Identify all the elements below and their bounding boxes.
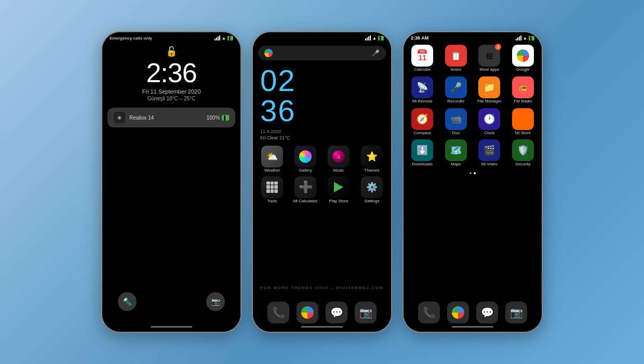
emergency-calls-label: Emergency calls only: [110, 36, 152, 41]
browser-circle: [301, 306, 314, 319]
phone-frame-3: 2:36 AM ▲ ▌ FRI: [403, 31, 543, 333]
flashlight-icon: 🔦: [123, 297, 132, 306]
app-item-fmradio[interactable]: 📻 FM Radio: [508, 76, 538, 104]
signal-bar-3-4: [520, 35, 521, 41]
app-item-downloads[interactable]: ⬇️ Downloads: [408, 139, 437, 167]
flashlight-button[interactable]: 🔦: [118, 292, 137, 311]
dock-messages-3[interactable]: 💬: [476, 302, 498, 323]
battery-icon-2: ▌: [378, 36, 384, 41]
status-bar-1: Emergency calls only ▲ ▌: [102, 32, 240, 42]
signal-bar-1: [214, 38, 216, 41]
dock-phone[interactable]: 📞: [267, 302, 289, 323]
tools-cell-8: [271, 189, 274, 193]
calendar-label: Calendar: [414, 68, 431, 72]
themes-icon: ⭐: [361, 146, 383, 167]
app-item-settings[interactable]: ⚙️ Settings: [357, 176, 387, 204]
security-icon: 🛡️: [512, 139, 534, 161]
app-item-weather[interactable]: ⛅ Weather: [257, 146, 287, 173]
app-item-playstore[interactable]: Play Store: [324, 176, 354, 204]
gallery-label: Gallery: [299, 168, 312, 173]
notif-left: ◉ Realiox 14: [114, 112, 154, 123]
app-item-mistore[interactable]: Mi Mi Store: [508, 108, 538, 136]
app-item-calendar[interactable]: FRI 11 Calendar: [408, 45, 437, 72]
dock-camera[interactable]: 📷: [355, 302, 377, 323]
app-item-notes[interactable]: 📋 Notes: [441, 45, 471, 72]
home-date: 11.9.2020: [260, 129, 384, 134]
battery-icon-3: ▌: [529, 36, 534, 41]
notif-battery-bar: ▌: [222, 115, 229, 121]
search-placeholder: [273, 53, 372, 54]
realiox-icon: ◉: [117, 115, 122, 120]
compass-label: Compass: [413, 131, 431, 136]
badge-moreapps: 5: [495, 44, 501, 50]
app-item-recorder[interactable]: 🎤 Recorder: [441, 76, 471, 104]
home-time-min: 36: [260, 94, 296, 127]
tools-cell-9: [274, 189, 278, 193]
themes-label: Themes: [365, 168, 380, 173]
maps-label: Maps: [451, 162, 461, 167]
status-time-3: 2:36 AM: [411, 35, 428, 41]
app-item-clock[interactable]: 🕐 Clock: [475, 108, 504, 136]
notif-battery-pct: 100%: [207, 115, 220, 121]
tools-cell-2: [271, 181, 274, 185]
moreapps-label: More apps: [479, 68, 499, 72]
page-dots: [404, 172, 542, 174]
tools-cell-6: [274, 185, 278, 189]
home-indicator-3: [452, 326, 493, 328]
app-item-music[interactable]: ♫ Music: [324, 146, 354, 173]
playstore-icon: [328, 176, 350, 198]
app-item-filemanager[interactable]: 📁 File Manager: [475, 76, 504, 104]
battery-pill: 100% ▌: [207, 115, 229, 121]
signal-bars-2: [365, 35, 371, 41]
playstore-label: Play Store: [329, 199, 348, 204]
downloads-icon: ⬇️: [411, 139, 433, 161]
phone-1-lock-screen: Emergency calls only ▲ ▌ 🔓 2:36 Fri 11 S…: [101, 31, 242, 333]
phone-2-home-screen: ‌ ▲ ▌ 🎤 02: [252, 31, 392, 333]
moreapps-icon-inner: ⊞: [486, 51, 493, 61]
dock-messages[interactable]: 💬: [326, 302, 347, 323]
dock-browser-3[interactable]: [447, 302, 469, 323]
browser-circle-3: [452, 306, 464, 319]
camera-button[interactable]: 📷: [206, 292, 225, 311]
app-item-miremote[interactable]: 📡 Mi Remote: [408, 76, 437, 104]
tools-cell-3: [274, 181, 278, 185]
calculator-label: Mi Calculator: [293, 199, 318, 204]
app-item-themes[interactable]: ⭐ Themes: [357, 146, 387, 173]
wifi-icon-2: ▲: [372, 36, 377, 41]
app-list-screen: 2:36 AM ▲ ▌ FRI: [404, 32, 542, 332]
phone-frame-2: ‌ ▲ ▌ 🎤 02: [252, 31, 392, 333]
moreapps-icon: ⊞ 5: [478, 45, 500, 67]
app-item-duo[interactable]: 📹 Duo: [441, 108, 471, 136]
weather-icon: ⛅: [261, 146, 283, 167]
app-grid-home: ⛅ Weather Gallery ♫ Music: [253, 142, 391, 207]
phone-frame-1: Emergency calls only ▲ ▌ 🔓 2:36 Fri 11 S…: [101, 31, 242, 333]
camera-icon: 📷: [211, 297, 220, 306]
status-bar-2: ‌ ▲ ▌: [253, 32, 391, 42]
home-screen: ‌ ▲ ▌ 🎤 02: [253, 32, 391, 332]
app-item-mivideo[interactable]: 🎬 Mi Video: [475, 139, 504, 167]
app-item-gallery[interactable]: Gallery: [290, 146, 320, 173]
app-item-maps[interactable]: 🗺️ Maps: [441, 139, 471, 167]
dock-phone-3[interactable]: 📞: [418, 302, 440, 323]
app-item-compass[interactable]: 🧭 Compass: [408, 108, 437, 136]
app-item-tools[interactable]: Tools: [257, 176, 287, 204]
duo-icon: 📹: [445, 108, 467, 130]
google-logo: [264, 49, 273, 57]
dock-camera-3[interactable]: 📷: [505, 302, 527, 323]
app-item-calculator[interactable]: ➕ Mi Calculator: [290, 176, 320, 204]
dock-browser[interactable]: [297, 302, 318, 323]
music-label: Music: [333, 168, 344, 173]
app-item-moreapps[interactable]: ⊞ 5 More apps: [475, 45, 504, 72]
unlock-icon: 🔓: [102, 46, 240, 57]
google-search-bar[interactable]: 🎤: [258, 46, 386, 60]
notification-card: ◉ Realiox 14 100% ▌: [108, 108, 235, 127]
compass-icon: 🧭: [411, 108, 433, 130]
filemanager-label: File Manager: [477, 99, 502, 104]
dot-1: [469, 172, 472, 174]
home-date-info: 11.9.2020 Fri Clear 21°C: [260, 129, 384, 140]
tools-icon: [261, 176, 283, 198]
app-item-google[interactable]: Google: [508, 45, 538, 72]
signal-bar-3: [218, 36, 219, 41]
google-label: Google: [516, 68, 530, 72]
app-item-security[interactable]: 🛡️ Security: [508, 139, 538, 167]
